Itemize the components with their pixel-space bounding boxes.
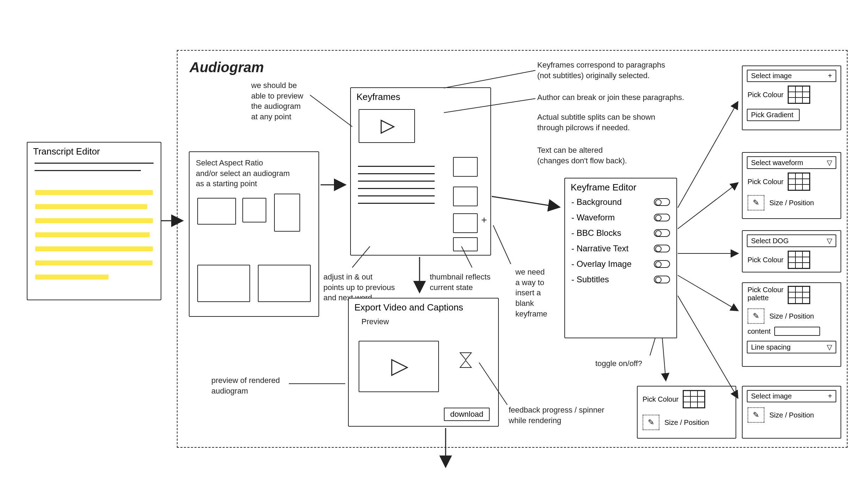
- keyframe-thumb-4[interactable]: [453, 237, 478, 251]
- export-title: Export Video and Captions: [349, 299, 498, 314]
- size-position-control[interactable]: ✎: [643, 415, 659, 430]
- note-kf-paragraphs: Keyframes correspond to paragraphs (not …: [537, 60, 665, 81]
- note-thumbnail: thumbnail reflects current state: [430, 272, 490, 293]
- keyframe-thumb-1[interactable]: [453, 157, 478, 177]
- line-spacing-select[interactable]: Line spacing▽: [747, 341, 836, 353]
- keyframe-editor-title: Keyframe Editor: [565, 178, 676, 194]
- panel-background: Select image+ Pick Colour Pick Gradient: [742, 65, 841, 130]
- audiogram-title: Audiogram: [190, 58, 264, 77]
- toggle-overlay[interactable]: [654, 260, 670, 268]
- svg-marker-0: [381, 120, 394, 133]
- aspect-option-4[interactable]: [197, 265, 250, 302]
- select-dog-button[interactable]: Select DOG▽: [747, 234, 836, 247]
- aspect-option-3[interactable]: [274, 194, 300, 232]
- select-waveform-button[interactable]: Select waveform▽: [747, 156, 836, 169]
- panel-overlay: Select image+ ✎ Size / Position: [742, 386, 841, 439]
- kf-item-background: - Background: [565, 194, 676, 210]
- pencil-icon: ✎: [753, 410, 759, 420]
- note-preview: we should be able to preview the audiogr…: [251, 80, 303, 122]
- svg-marker-3: [460, 360, 471, 367]
- svg-marker-1: [392, 360, 407, 375]
- panel-narrative: Pick Colour palette ✎ Size / Position co…: [742, 282, 841, 367]
- size-position-label: Size / Position: [769, 199, 814, 207]
- size-position-label: Size / Position: [769, 411, 814, 419]
- chevron-down-icon: ▽: [827, 237, 832, 245]
- hourglass-icon: [459, 351, 473, 369]
- aspect-option-2[interactable]: [242, 198, 266, 222]
- aspect-option-5[interactable]: [258, 265, 311, 302]
- export-preview[interactable]: [359, 341, 439, 392]
- plus-icon: +: [828, 392, 832, 400]
- plus-icon: +: [828, 72, 832, 80]
- note-feedback: feedback progress / spinner while render…: [509, 405, 604, 426]
- pick-colour-palette-label: Pick Colour palette: [748, 286, 783, 302]
- export-preview-label: Preview: [361, 316, 511, 327]
- size-position-control[interactable]: ✎: [748, 308, 764, 324]
- export-panel: Export Video and Captions Preview downlo…: [348, 298, 499, 427]
- colour-palette[interactable]: [788, 286, 810, 304]
- pick-colour-label: Pick Colour: [643, 395, 678, 403]
- chevron-down-icon: ▽: [827, 158, 832, 167]
- svg-marker-2: [460, 353, 471, 360]
- note-rendered: preview of rendered audiogram: [211, 375, 280, 396]
- note-break-join: Author can break or join these paragraph…: [537, 92, 684, 103]
- panel-waveform: Select waveform▽ Pick Colour ✎ Size / Po…: [742, 152, 841, 219]
- aspect-ratio-text: Select Aspect Ratio and/or select an aud…: [196, 158, 325, 189]
- transcript-editor-panel: Transcript Editor: [27, 142, 161, 300]
- note-blank-keyframe: we need a way to insert a blank keyframe: [515, 267, 547, 319]
- keyframes-panel: Keyframes +: [350, 87, 491, 256]
- pencil-icon: ✎: [648, 418, 654, 427]
- pick-colour-label: Pick Colour: [748, 178, 783, 186]
- pick-colour-label: Pick Colour: [748, 256, 783, 264]
- colour-palette[interactable]: [788, 172, 810, 191]
- size-position-control[interactable]: ✎: [748, 407, 764, 423]
- content-label: content: [748, 327, 771, 335]
- pencil-icon: ✎: [753, 198, 759, 207]
- add-keyframe-icon[interactable]: +: [481, 213, 487, 227]
- play-icon: [379, 118, 397, 136]
- pick-colour-label: Pick Colour: [748, 91, 783, 99]
- chevron-down-icon: ▽: [827, 343, 832, 351]
- keyframe-editor-panel: Keyframe Editor - Background - Waveform …: [564, 178, 677, 338]
- keyframe-thumb-2[interactable]: [453, 187, 478, 206]
- kf-item-narrative: - Narrative Text: [565, 241, 676, 256]
- keyframe-preview[interactable]: [359, 109, 415, 143]
- kf-item-bbc-blocks: - BBC Blocks: [565, 225, 676, 241]
- toggle-waveform[interactable]: [654, 214, 670, 221]
- toggle-bbc-blocks[interactable]: [654, 229, 670, 237]
- size-position-label: Size / Position: [769, 312, 814, 320]
- note-text-altered: Text can be altered (changes don't flow …: [537, 145, 627, 166]
- toggle-narrative[interactable]: [654, 245, 670, 252]
- colour-palette[interactable]: [788, 251, 810, 269]
- panel-dog: Select DOG▽ Pick Colour: [742, 230, 841, 272]
- kf-item-subtitles: - Subtitles: [565, 272, 676, 287]
- size-position-control[interactable]: ✎: [748, 195, 764, 211]
- transcript-editor-title: Transcript Editor: [27, 143, 161, 158]
- colour-palette[interactable]: [788, 86, 810, 104]
- select-image-button[interactable]: Select image+: [747, 70, 836, 82]
- panel-subtitles: Pick Colour ✎ Size / Position: [637, 386, 736, 439]
- play-icon: [390, 358, 411, 379]
- keyframe-thumb-3[interactable]: [453, 213, 478, 233]
- size-position-label: Size / Position: [664, 419, 709, 427]
- colour-palette[interactable]: [683, 390, 705, 408]
- pencil-icon: ✎: [753, 312, 759, 321]
- aspect-ratio-panel[interactable]: Select Aspect Ratio and/or select an aud…: [189, 151, 319, 317]
- kf-item-overlay: - Overlay Image: [565, 256, 676, 272]
- note-toggle: toggle on/off?: [595, 358, 642, 369]
- keyframes-title: Keyframes: [351, 88, 490, 104]
- note-pilcrows: Actual subtitle splits can be shown thro…: [537, 112, 655, 133]
- pick-gradient-button[interactable]: Pick Gradient: [747, 109, 800, 121]
- content-input[interactable]: [774, 327, 820, 336]
- toggle-subtitles[interactable]: [654, 276, 670, 283]
- kf-item-waveform: - Waveform: [565, 210, 676, 225]
- download-button[interactable]: download: [444, 408, 490, 421]
- select-image-button[interactable]: Select image+: [747, 390, 836, 402]
- aspect-option-1[interactable]: [197, 198, 236, 225]
- toggle-background[interactable]: [654, 198, 670, 206]
